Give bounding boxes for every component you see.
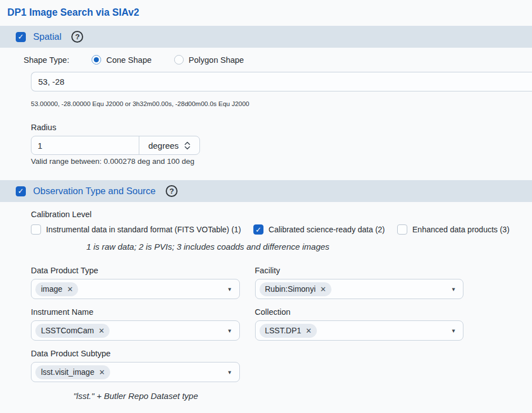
radio-cone-shape-control[interactable] (92, 55, 101, 65)
facility-dropdown[interactable]: Rubin:Simonyi ✕ ▾ (255, 279, 464, 299)
radius-value-input[interactable] (31, 136, 139, 154)
data-product-subtype-chip: lsst.visit_image ✕ (35, 365, 110, 379)
collection-chip: LSST.DP1 ✕ (260, 324, 317, 338)
spatial-section-header: ✓ Spatial ? (0, 26, 532, 48)
data-product-type-chip: image ✕ (35, 282, 78, 296)
radius-label: Radius (31, 123, 532, 132)
calibration-level-note: 1 is raw data; 2 is PVIs; 3 includes coa… (31, 242, 385, 251)
chip-close-icon[interactable]: ✕ (98, 327, 104, 334)
radius-unit-select[interactable]: degrees (139, 136, 199, 154)
data-product-subtype-label: Data Product Subtype (31, 349, 240, 358)
checkbox-enhanced-data[interactable]: Enhanced data products (3) (397, 224, 510, 235)
facility-chip: Rubin:Simonyi ✕ (260, 282, 331, 296)
instrument-name-label: Instrument Name (31, 308, 240, 316)
observation-section-checkbox[interactable]: ✓ (16, 186, 26, 196)
data-product-type-label: Data Product Type (31, 266, 240, 275)
stepper-icon (184, 141, 190, 150)
chip-close-icon[interactable]: ✕ (320, 286, 326, 293)
observation-section-title[interactable]: Observation Type and Source (33, 186, 156, 196)
chevron-down-icon: ▾ (452, 286, 455, 293)
observation-section-header: ✓ Observation Type and Source ? (0, 180, 532, 202)
check-icon: ✓ (18, 33, 24, 40)
checkbox-instrumental-data-label: Instrumental data in standard format (FI… (46, 225, 241, 234)
radius-input-group: degrees (31, 136, 200, 155)
instrument-name-dropdown[interactable]: LSSTComCam ✕ ▾ (31, 320, 240, 341)
data-product-subtype-note: "lsst." + Butler Repo Dataset type (31, 391, 240, 401)
shape-type-label: Shape Type: (24, 56, 69, 65)
checkbox-instrumental-data[interactable]: Instrumental data in standard format (FI… (31, 224, 241, 235)
chevron-down-icon: ▾ (228, 327, 231, 334)
checkbox-instrumental-data-control[interactable] (31, 224, 41, 235)
radio-cone-shape[interactable]: Cone Shape (92, 55, 152, 65)
page-title: DP1 Image Search via SIAv2 (7, 7, 532, 19)
data-product-type-dropdown[interactable]: image ✕ ▾ (31, 279, 240, 299)
checkbox-calibrated-data-control[interactable]: ✓ (253, 224, 263, 235)
chevron-down-icon: ▾ (228, 369, 231, 376)
chip-close-icon[interactable]: ✕ (67, 286, 73, 293)
checkbox-calibrated-data-label: Calibrated science-ready data (2) (269, 225, 385, 234)
position-coordinates-input[interactable] (31, 72, 532, 91)
instrument-name-chip: LSSTComCam ✕ (35, 324, 110, 338)
radius-valid-range-hint: Valid range between: 0.000278 deg and 10… (31, 157, 532, 166)
collection-label: Collection (255, 308, 464, 316)
position-format-hint: 53.00000, -28.00000 Equ J2000 or 3h32m00… (31, 100, 532, 107)
data-product-subtype-dropdown[interactable]: lsst.visit_image ✕ ▾ (31, 362, 240, 382)
spatial-section-title[interactable]: Spatial (33, 31, 61, 42)
checkbox-enhanced-data-control[interactable] (397, 224, 407, 235)
check-icon: ✓ (18, 187, 24, 195)
facility-label: Facility (255, 266, 464, 275)
radius-unit-value: degrees (148, 141, 179, 150)
check-icon: ✓ (256, 226, 262, 233)
observation-form-grid: Data Product Type image ✕ ▾ Facility Rub… (31, 251, 463, 382)
radio-polygon-shape-control[interactable] (174, 55, 184, 65)
spatial-section-checkbox[interactable]: ✓ (16, 32, 26, 42)
chip-close-icon[interactable]: ✕ (306, 327, 312, 334)
radio-polygon-shape-label: Polygon Shape (189, 56, 244, 65)
shape-type-row: Shape Type: Cone Shape Polygon Shape (24, 55, 532, 65)
radio-polygon-shape[interactable]: Polygon Shape (174, 55, 244, 65)
calibration-level-row: Instrumental data in standard format (FI… (31, 224, 532, 235)
chevron-down-icon: ▾ (228, 286, 231, 293)
calibration-level-label: Calibration Level (31, 210, 532, 219)
spatial-help-icon[interactable]: ? (71, 31, 83, 43)
collection-dropdown[interactable]: LSST.DP1 ✕ ▾ (255, 320, 464, 341)
radio-cone-shape-label: Cone Shape (106, 56, 152, 65)
chevron-down-icon: ▾ (452, 327, 455, 334)
checkbox-enhanced-data-label: Enhanced data products (3) (412, 225, 510, 234)
observation-help-icon[interactable]: ? (166, 185, 178, 197)
chip-close-icon[interactable]: ✕ (99, 369, 105, 376)
checkbox-calibrated-data[interactable]: ✓ Calibrated science-ready data (2) (253, 224, 385, 235)
